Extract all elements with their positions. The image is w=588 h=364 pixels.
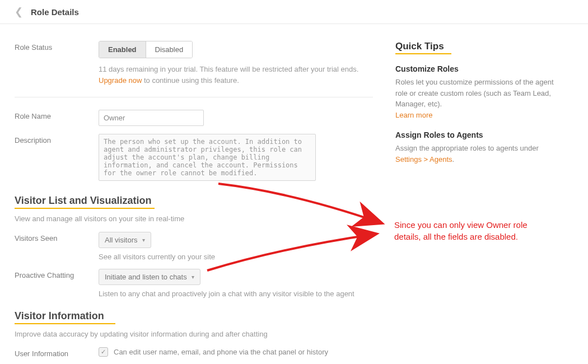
chevron-down-icon: ▾ <box>142 237 145 243</box>
customize-roles-heading: Customize Roles <box>395 64 558 73</box>
visitor-list-section-sub: View and manage all visitors on your sit… <box>15 214 373 223</box>
visitors-seen-dropdown[interactable]: All visitors ▾ <box>99 232 151 248</box>
visitor-list-section-title: Visitor List and Visualization <box>15 195 373 207</box>
role-name-input[interactable] <box>99 110 204 126</box>
quick-tips-underline <box>395 53 451 54</box>
role-status-toggle[interactable]: Enabled Disabled <box>99 41 193 58</box>
description-textarea[interactable]: The person who set up the account. In ad… <box>99 134 316 181</box>
section-underline <box>15 323 115 324</box>
learn-more-link[interactable]: Learn more <box>395 111 432 119</box>
quick-tips-heading: Quick Tips <box>395 41 558 52</box>
trial-suffix-text: to continue using this feature. <box>142 76 239 85</box>
section-underline <box>15 208 155 209</box>
divider <box>15 97 373 97</box>
status-disabled-button[interactable]: Disabled <box>146 41 193 58</box>
user-information-checkbox[interactable]: ✓ <box>99 347 108 357</box>
trial-remaining-text: 11 days remaining in your trial. This fe… <box>99 65 358 73</box>
proactive-chatting-dropdown[interactable]: Initiate and listen to chats ▾ <box>99 269 200 285</box>
user-information-desc: Can edit user name, email, and phone via… <box>114 348 328 356</box>
chevron-down-icon: ▾ <box>192 274 194 280</box>
quick-tips-panel: Quick Tips Customize Roles Roles let you… <box>395 41 558 364</box>
topbar: ❮ Role Details <box>0 0 588 24</box>
assign-roles-text-post: . <box>452 155 455 164</box>
visitor-info-section-title: Visitor Information <box>15 310 373 322</box>
main-column: Role Status Enabled Disabled 11 days rem… <box>15 41 373 364</box>
callout-annotation: Since you can only view Owner roledetail… <box>394 219 528 242</box>
visitors-seen-value: All visitors <box>105 236 138 244</box>
assign-roles-text-pre: Assign the appropriate roles to agents u… <box>395 144 539 152</box>
status-enabled-button[interactable]: Enabled <box>99 41 146 58</box>
proactive-chatting-help: Listen to any chat and proactively join … <box>99 290 373 298</box>
assign-roles-heading: Assign Roles to Agents <box>395 130 558 139</box>
visitors-seen-help: See all visitors currently on your site <box>99 253 373 261</box>
role-name-label: Role Name <box>15 110 99 120</box>
visitor-info-section-sub: Improve data accuracy by updating visito… <box>15 330 373 338</box>
user-information-label: User Information <box>15 347 99 358</box>
description-label: Description <box>15 134 99 144</box>
settings-agents-link[interactable]: Settings > Agents <box>395 155 452 164</box>
customize-roles-text: Roles let you customize permissions of t… <box>395 78 554 108</box>
proactive-chatting-value: Initiate and listen to chats <box>105 273 187 281</box>
upgrade-now-link[interactable]: Upgrade now <box>99 76 142 85</box>
proactive-chatting-label: Proactive Chatting <box>15 269 99 279</box>
page-title: Role Details <box>31 7 79 17</box>
role-status-label: Role Status <box>15 41 99 52</box>
back-chevron-icon[interactable]: ❮ <box>15 7 23 17</box>
visitors-seen-label: Visitors Seen <box>15 232 99 242</box>
